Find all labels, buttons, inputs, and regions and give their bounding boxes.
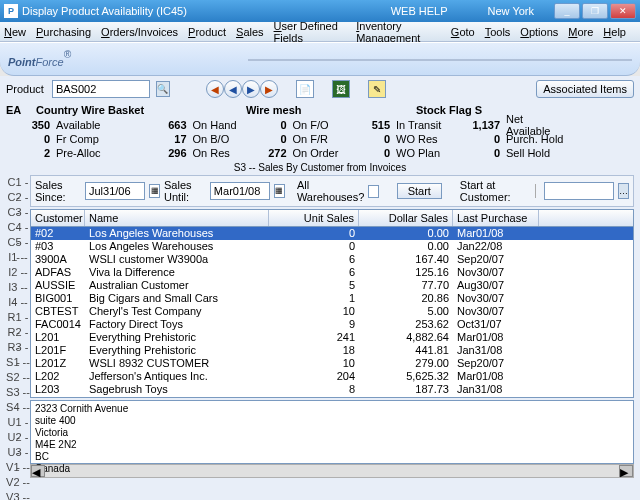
product-description: Country Wire Basket	[36, 104, 246, 116]
filter-bar: Sales Since: ▦ Sales Until: ▦ All Wareho…	[30, 175, 634, 207]
start-button[interactable]: Start	[397, 183, 442, 199]
stat-line: 0WO Res	[346, 132, 456, 146]
stat-line: 663On Hand	[146, 118, 246, 132]
nav-first-icon[interactable]: ◀	[206, 80, 224, 98]
view-caption: S3 -- Sales By Customer from Invoices	[6, 160, 634, 175]
view-shortcut[interactable]: R1 --	[6, 310, 30, 325]
table-row[interactable]: L204Sam's Flowers20425.54Jan22/08	[31, 396, 633, 397]
nav-last-icon[interactable]: ▶	[260, 80, 278, 98]
view-shortcut[interactable]: R2 --	[6, 325, 30, 340]
table-row[interactable]: L202Jefferson's Antiques Inc.2045,625.32…	[31, 370, 633, 383]
stat-line: 350Available	[6, 118, 146, 132]
startat-input[interactable]	[544, 182, 614, 200]
calendar-icon[interactable]: ▦	[274, 184, 285, 198]
product-input[interactable]	[52, 80, 150, 98]
stat-line: 2Pre-Alloc	[6, 146, 146, 160]
menu-new[interactable]: New	[4, 26, 26, 38]
view-shortcut[interactable]: C5 --	[6, 235, 30, 250]
menu-more[interactable]: More	[568, 26, 593, 38]
sales-grid: CustomerNameUnit SalesDollar SalesLast P…	[30, 209, 634, 398]
nav-prev-icon[interactable]: ◀	[224, 80, 242, 98]
menu-help[interactable]: Help	[603, 26, 626, 38]
menu-product[interactable]: Product	[188, 26, 226, 38]
view-shortcut[interactable]: I1 --	[6, 250, 30, 265]
scroll-right-icon[interactable]: ▶	[619, 465, 633, 477]
col-header[interactable]: Dollar Sales	[359, 210, 453, 226]
allwh-checkbox[interactable]	[368, 185, 378, 198]
table-row[interactable]: FAC0014Factory Direct Toys9253.62Oct31/0…	[31, 318, 633, 331]
scroll-left-icon[interactable]: ◀	[31, 465, 45, 477]
view-shortcut[interactable]: C2 --	[6, 190, 30, 205]
stat-line: 0WO Plan	[346, 146, 456, 160]
stat-line: 296On Res	[146, 146, 246, 160]
nav-next-icon[interactable]: ▶	[242, 80, 260, 98]
view-shortcut[interactable]: I2 --	[6, 265, 30, 280]
table-row[interactable]: L201FEverything Prehistoric18441.81Jan31…	[31, 344, 633, 357]
view-shortcut[interactable]: I4 --	[6, 295, 30, 310]
view-shortcut[interactable]: U3 --	[6, 445, 30, 460]
col-header[interactable]: Last Purchase	[453, 210, 539, 226]
view-shortcut[interactable]: U2 --	[6, 430, 30, 445]
view-shortcut[interactable]: S3 --	[6, 385, 30, 400]
view-shortcut[interactable]: V2 --	[6, 475, 30, 490]
view-shortcut[interactable]: C1 --	[6, 175, 30, 190]
edit-icon[interactable]: ✎	[368, 80, 386, 98]
associated-items-button[interactable]: Associated Items	[536, 80, 634, 98]
menu-tools[interactable]: Tools	[485, 26, 511, 38]
table-row[interactable]: L201ZWSLI 8932 CUSTOMER10279.00Sep20/07	[31, 357, 633, 370]
table-row[interactable]: AUSSIEAustralian Customer577.70Aug30/07	[31, 279, 633, 292]
col-header[interactable]: Unit Sales	[269, 210, 359, 226]
col-header[interactable]: Name	[85, 210, 269, 226]
table-row[interactable]: #02Los Angeles Warehouses00.00Mar01/08	[31, 227, 633, 240]
table-row[interactable]: 3900AWSLI customer W3900a6167.40Sep20/07	[31, 253, 633, 266]
menu-userdefinedfields[interactable]: User Defined Fields	[274, 20, 347, 44]
grid-header: CustomerNameUnit SalesDollar SalesLast P…	[31, 210, 633, 227]
startat-label: Start at Customer:	[460, 179, 527, 203]
menu-bar: NewPurchasingOrders/InvoicesProductSales…	[0, 22, 640, 42]
menu-ordersinvoices[interactable]: Orders/Invoices	[101, 26, 178, 38]
document-icon[interactable]: 📄	[296, 80, 314, 98]
view-shortcut[interactable]: I3 --	[6, 280, 30, 295]
menu-goto[interactable]: Goto	[451, 26, 475, 38]
menu-purchasing[interactable]: Purchasing	[36, 26, 91, 38]
table-row[interactable]: #03Los Angeles Warehouses00.00Jan22/08	[31, 240, 633, 253]
table-row[interactable]: ADFASViva la Difference6125.16Nov30/07	[31, 266, 633, 279]
menu-inventorymanagement[interactable]: Inventory Management	[356, 20, 441, 44]
view-shortcut[interactable]: R3 --	[6, 340, 30, 355]
view-shortcut[interactable]: U1 --	[6, 415, 30, 430]
lookup-icon[interactable]: 🔍	[156, 81, 170, 97]
stat-line: 0Sell Hold	[456, 146, 596, 160]
menu-sales[interactable]: Sales	[236, 26, 264, 38]
picture-icon[interactable]: 🖼	[332, 80, 350, 98]
until-input[interactable]	[210, 182, 270, 200]
minimize-button[interactable]: _	[554, 3, 580, 19]
calendar-icon[interactable]: ▦	[149, 184, 160, 198]
h-scrollbar[interactable]: ◀ ▶	[30, 464, 634, 478]
stat-line: 515In Transit	[346, 118, 456, 132]
view-shortcut[interactable]: V1 --	[6, 460, 30, 475]
view-shortcut[interactable]: C3 --	[6, 205, 30, 220]
table-row[interactable]: CBTESTCheryl's Test Company105.00Nov30/0…	[31, 305, 633, 318]
close-button[interactable]: ✕	[610, 3, 636, 19]
view-shortcut[interactable]: V3 --	[6, 490, 30, 500]
stat-line: 0Fr Comp	[6, 132, 146, 146]
lookup-icon[interactable]: …	[618, 183, 629, 199]
table-row[interactable]: L203Sagebrush Toys8187.73Jan31/08	[31, 383, 633, 396]
product-label: Product	[6, 83, 44, 95]
since-input[interactable]	[85, 182, 145, 200]
view-shortcut[interactable]: S4 --	[6, 400, 30, 415]
address-panel: 2323 Cornith Avenuesuite 400VictoriaM4E …	[30, 400, 634, 464]
stat-line: 0On F/R	[246, 132, 346, 146]
view-shortcut[interactable]: S2 --	[6, 370, 30, 385]
allwh-label: All Warehouses?	[297, 179, 364, 203]
menu-options[interactable]: Options	[520, 26, 558, 38]
stockflag-value: S	[475, 104, 482, 116]
view-shortcut[interactable]: S1 --	[6, 355, 30, 370]
table-row[interactable]: BIG001Big Cigars and Small Cars120.86Nov…	[31, 292, 633, 305]
col-header[interactable]: Customer	[31, 210, 85, 226]
grid-body[interactable]: #02Los Angeles Warehouses00.00Mar01/08#0…	[31, 227, 633, 397]
table-row[interactable]: L201Everything Prehistoric2414,882.64Mar…	[31, 331, 633, 344]
maximize-button[interactable]: ❐	[582, 3, 608, 19]
view-shortcut[interactable]: C4 --	[6, 220, 30, 235]
context-location: New York	[488, 5, 534, 17]
